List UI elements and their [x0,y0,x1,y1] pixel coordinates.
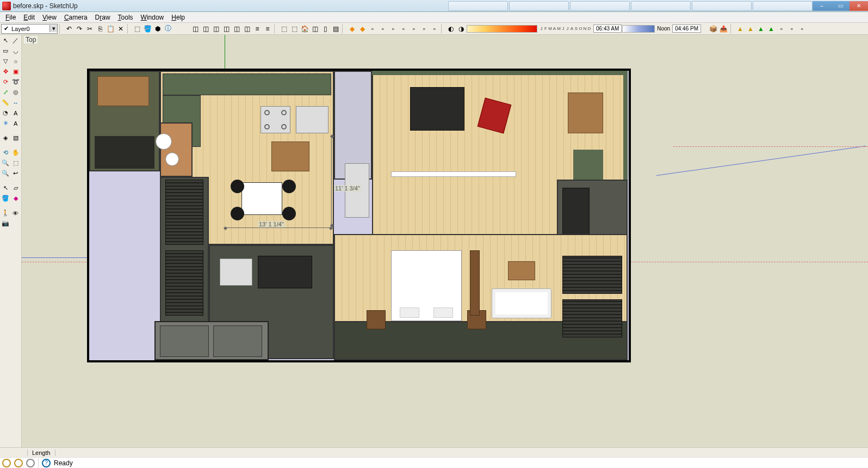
stack2-icon[interactable]: ≡ [263,24,272,34]
cut-icon[interactable]: ✂ [85,24,95,34]
arc-tool[interactable]: ◡ [11,46,21,56]
component-icon[interactable]: ⬚ [132,24,142,34]
get-models-icon[interactable]: 📦 [709,24,718,34]
select-tool[interactable]: ↖ [1,36,10,45]
group3-icon[interactable]: ▫ [430,24,439,34]
section-display-tool[interactable]: ▧ [11,133,21,143]
zoom-extents-tool[interactable]: 🔍 [1,169,10,178]
door-icon[interactable]: ▯ [320,24,330,34]
solid-trim-icon[interactable]: ▫ [388,24,398,34]
zoom-tool[interactable]: 🔍 [1,158,10,168]
iso-icon[interactable]: ◫ [190,24,200,34]
group2-icon[interactable]: ▫ [419,24,429,34]
layer-selector[interactable]: ✔ Layer0 ▾ [1,24,58,34]
scale-tool[interactable]: ⤢ [1,88,10,97]
offset-tool[interactable]: ◎ [11,88,21,97]
previous-tool[interactable]: ↩ [11,169,21,178]
undo-icon[interactable]: ↶ [64,24,74,34]
sandbox6-icon[interactable]: ▫ [787,24,797,34]
menu-tools[interactable]: Tools [115,13,137,22]
position-camera-tool[interactable]: 📷 [1,219,10,228]
front-icon[interactable]: ◫ [211,24,221,34]
axes-tool[interactable]: ✳ [1,119,10,128]
solid-outer-icon[interactable]: ◆ [347,24,357,34]
time-pm[interactable]: 04:46 PM [672,24,701,33]
orbit-tool[interactable]: ⟲ [1,148,10,157]
viewport[interactable]: Top [22,35,868,447]
user-icon[interactable] [26,459,35,467]
stair-icon[interactable]: ▤ [331,24,340,34]
sandbox3-icon[interactable]: ▲ [756,24,766,34]
rotate-tool[interactable]: ⟳ [1,77,10,87]
solid-union-icon[interactable]: ▫ [368,24,377,34]
stack-icon[interactable]: ≡ [252,24,262,34]
dimension-tool[interactable]: ↔ [11,98,21,107]
line-tool[interactable]: ／ [11,36,21,45]
polygon-tool[interactable]: ▽ [1,57,10,66]
geo-icon[interactable] [2,459,11,467]
time-slider[interactable] [622,25,655,33]
component-browse-icon[interactable]: ⬚ [289,24,299,34]
warehouse-icon[interactable]: ⬢ [153,24,163,34]
menu-view[interactable]: View [39,13,60,22]
sandbox4-icon[interactable]: ▲ [766,24,776,34]
shadow-toggle-icon[interactable]: ◐ [446,24,456,34]
text-tool[interactable]: A [11,108,21,118]
delete-icon[interactable]: ✕ [116,24,126,34]
paint-icon[interactable]: 🪣 [142,24,152,34]
model-info-icon[interactable]: ⓘ [163,24,173,34]
menu-window[interactable]: Window [138,13,168,22]
menu-help[interactable]: Help [168,13,188,22]
paste-icon[interactable]: 📋 [106,24,115,34]
maximize-button[interactable]: ▭ [831,1,850,11]
credit-icon[interactable] [14,459,23,467]
solid-subtract-icon[interactable]: ▫ [378,24,388,34]
time-am[interactable]: 06:43 AM [593,24,622,33]
pointer-tool[interactable]: ↖ [1,183,10,193]
top-icon[interactable]: ◫ [201,24,210,34]
minimize-button[interactable]: – [813,1,831,11]
lookaround-tool[interactable]: 👁 [11,208,21,218]
share-model-icon[interactable]: 📤 [719,24,729,34]
redo-icon[interactable]: ↷ [75,24,84,34]
menu-draw[interactable]: Draw [92,13,114,22]
sandbox7-icon[interactable]: ▫ [797,24,807,34]
solid-split-icon[interactable]: ▫ [399,24,408,34]
pushpull-tool[interactable]: ▣ [11,67,21,76]
paint-bucket-tool[interactable]: 🪣 [1,194,10,203]
shadow-settings-icon[interactable]: ◑ [456,24,466,34]
back-icon[interactable]: ◫ [232,24,241,34]
home-icon[interactable]: 🏠 [300,24,309,34]
shadow-slider[interactable] [467,25,537,33]
tape-tool[interactable]: 📏 [1,98,10,107]
window-icon[interactable]: ◫ [310,24,320,34]
followme-tool[interactable]: ➰ [11,77,21,87]
sandbox1-icon[interactable]: ▲ [735,24,745,34]
protractor-tool[interactable]: ◔ [1,108,10,118]
menu-edit[interactable]: Edit [20,13,38,22]
rectangle-tool[interactable]: ▭ [1,46,10,56]
sandbox2-icon[interactable]: ▲ [746,24,755,34]
month-strip[interactable]: JFM AMJ JAS OND [538,26,593,31]
circle-tool[interactable]: ○ [11,57,21,66]
right-icon[interactable]: ◫ [221,24,231,34]
menu-file[interactable]: File [2,13,19,22]
menu-camera[interactable]: Camera [61,13,91,22]
component-make-icon[interactable]: ⬚ [279,24,289,34]
solid-intersect-icon[interactable]: ◆ [357,24,367,34]
copy-icon[interactable]: ⎘ [95,24,105,34]
component-tool[interactable]: ◆ [11,194,21,203]
left-icon[interactable]: ◫ [242,24,252,34]
section-tool[interactable]: ◈ [1,133,10,143]
close-button[interactable]: ✕ [850,1,868,11]
walk-tool[interactable]: 🚶 [1,208,10,218]
eraser-tool[interactable]: ▱ [11,183,21,193]
pan-tool[interactable]: ✋ [11,148,21,157]
dim-width-line [225,227,331,228]
3dtext-tool[interactable]: A [11,119,21,128]
zoom-window-tool[interactable]: ⬚ [11,158,21,168]
group1-icon[interactable]: ▫ [409,24,419,34]
sandbox5-icon[interactable]: ▫ [777,24,786,34]
help-icon[interactable]: ? [42,459,51,467]
move-tool[interactable]: ✥ [1,67,10,76]
